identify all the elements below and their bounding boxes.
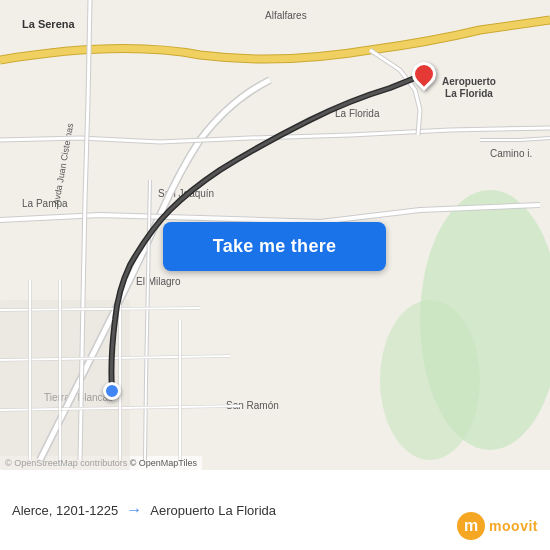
map-container: La Serena Alfalfares La Florida Aeropuer… [0,0,550,470]
moovit-branding: m moovit [457,512,538,540]
moovit-name: moovit [489,518,538,534]
label-san-joaquin: San Joaquín [158,188,214,199]
info-bar: Alerce, 1201-1225 → Aeropuerto La Florid… [0,470,550,550]
take-me-there-label: Take me there [213,236,337,257]
label-el-milagro: El Milagro [136,276,180,287]
label-la-serena: La Serena [22,18,75,30]
map-attribution: © OpenStreetMap contributors © OpenMapTi… [0,456,202,470]
origin-label: Alerce, 1201-1225 [12,503,118,518]
label-la-florida: La Florida [335,108,379,119]
origin-pin [103,382,121,400]
label-aeropuerto: AeropuertoLa Florida [434,76,504,100]
destination-pin [412,62,436,92]
arrow-icon: → [126,501,142,519]
moovit-letter: m [464,517,478,535]
destination-label: Aeropuerto La Florida [150,503,276,518]
label-san-ramon: San Ramón [226,400,279,411]
label-alfalfares: Alfalfares [265,10,307,21]
take-me-there-button[interactable]: Take me there [163,222,386,271]
label-camino: Camino i. [490,148,532,159]
moovit-logo-icon: m [457,512,485,540]
